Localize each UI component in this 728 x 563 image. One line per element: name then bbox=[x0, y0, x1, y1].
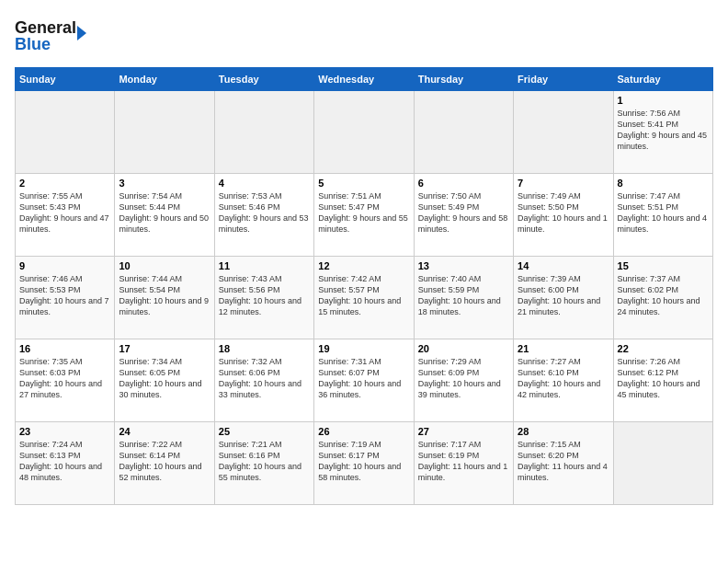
calendar-cell: 16Sunrise: 7:35 AM Sunset: 6:03 PM Dayli… bbox=[16, 339, 115, 422]
weekday-header: Tuesday bbox=[214, 68, 313, 91]
day-number: 10 bbox=[119, 260, 210, 271]
day-number: 15 bbox=[618, 260, 709, 271]
day-info: Sunrise: 7:47 AM Sunset: 5:51 PM Dayligh… bbox=[618, 190, 709, 236]
day-info: Sunrise: 7:37 AM Sunset: 6:02 PM Dayligh… bbox=[618, 273, 709, 318]
day-info: Sunrise: 7:54 AM Sunset: 5:44 PM Dayligh… bbox=[119, 190, 210, 236]
calendar-cell: 26Sunrise: 7:19 AM Sunset: 6:17 PM Dayli… bbox=[314, 422, 414, 505]
calendar-cell: 9Sunrise: 7:46 AM Sunset: 5:53 PM Daylig… bbox=[16, 257, 115, 339]
day-number: 17 bbox=[119, 343, 210, 354]
day-number: 8 bbox=[618, 178, 709, 189]
calendar-cell bbox=[314, 91, 414, 174]
weekday-header: Friday bbox=[514, 68, 613, 91]
day-info: Sunrise: 7:40 AM Sunset: 5:59 PM Dayligh… bbox=[418, 273, 509, 318]
day-number: 5 bbox=[318, 178, 409, 189]
day-number: 14 bbox=[518, 260, 609, 271]
day-number: 24 bbox=[119, 426, 210, 437]
day-info: Sunrise: 7:49 AM Sunset: 5:50 PM Dayligh… bbox=[518, 190, 609, 236]
day-number: 12 bbox=[318, 260, 409, 271]
day-number: 18 bbox=[219, 343, 310, 354]
day-info: Sunrise: 7:39 AM Sunset: 6:00 PM Dayligh… bbox=[518, 273, 609, 318]
day-info: Sunrise: 7:56 AM Sunset: 5:41 PM Dayligh… bbox=[618, 108, 709, 153]
logo: GeneralBlue bbox=[15, 15, 88, 56]
day-info: Sunrise: 7:50 AM Sunset: 5:49 PM Dayligh… bbox=[418, 190, 509, 236]
calendar-cell: 14Sunrise: 7:39 AM Sunset: 6:00 PM Dayli… bbox=[514, 257, 613, 339]
calendar-cell bbox=[514, 91, 613, 174]
day-number: 4 bbox=[219, 178, 310, 189]
day-info: Sunrise: 7:42 AM Sunset: 5:57 PM Dayligh… bbox=[318, 273, 409, 318]
calendar-cell: 8Sunrise: 7:47 AM Sunset: 5:51 PM Daylig… bbox=[613, 174, 712, 257]
calendar-week: 1Sunrise: 7:56 AM Sunset: 5:41 PM Daylig… bbox=[16, 91, 713, 174]
weekday-header: Saturday bbox=[613, 68, 712, 91]
calendar-cell: 25Sunrise: 7:21 AM Sunset: 6:16 PM Dayli… bbox=[214, 422, 313, 505]
calendar-cell: 7Sunrise: 7:49 AM Sunset: 5:50 PM Daylig… bbox=[514, 174, 613, 257]
day-number: 26 bbox=[318, 426, 409, 437]
weekday-header: Monday bbox=[115, 68, 214, 91]
day-info: Sunrise: 7:15 AM Sunset: 6:20 PM Dayligh… bbox=[518, 439, 609, 484]
calendar-cell: 6Sunrise: 7:50 AM Sunset: 5:49 PM Daylig… bbox=[414, 174, 513, 257]
day-number: 7 bbox=[518, 178, 609, 189]
day-number: 22 bbox=[618, 343, 709, 354]
calendar-cell: 27Sunrise: 7:17 AM Sunset: 6:19 PM Dayli… bbox=[414, 422, 513, 505]
day-number: 20 bbox=[418, 343, 509, 354]
day-number: 28 bbox=[518, 426, 609, 437]
day-info: Sunrise: 7:26 AM Sunset: 6:12 PM Dayligh… bbox=[618, 356, 709, 401]
day-number: 2 bbox=[19, 178, 110, 189]
calendar-cell: 13Sunrise: 7:40 AM Sunset: 5:59 PM Dayli… bbox=[414, 257, 513, 339]
calendar-cell: 23Sunrise: 7:24 AM Sunset: 6:13 PM Dayli… bbox=[16, 422, 115, 505]
calendar-cell: 4Sunrise: 7:53 AM Sunset: 5:46 PM Daylig… bbox=[214, 174, 313, 257]
calendar-week: 16Sunrise: 7:35 AM Sunset: 6:03 PM Dayli… bbox=[16, 339, 713, 422]
calendar-cell: 3Sunrise: 7:54 AM Sunset: 5:44 PM Daylig… bbox=[115, 174, 214, 257]
logo-svg: GeneralBlue bbox=[15, 15, 88, 56]
day-number: 9 bbox=[19, 260, 110, 271]
calendar-week: 2Sunrise: 7:55 AM Sunset: 5:43 PM Daylig… bbox=[16, 174, 713, 257]
day-number: 13 bbox=[418, 260, 509, 271]
day-info: Sunrise: 7:19 AM Sunset: 6:17 PM Dayligh… bbox=[318, 439, 409, 484]
day-info: Sunrise: 7:22 AM Sunset: 6:14 PM Dayligh… bbox=[119, 439, 210, 484]
calendar-week: 9Sunrise: 7:46 AM Sunset: 5:53 PM Daylig… bbox=[16, 257, 713, 339]
calendar-body: 1Sunrise: 7:56 AM Sunset: 5:41 PM Daylig… bbox=[16, 91, 713, 505]
day-info: Sunrise: 7:35 AM Sunset: 6:03 PM Dayligh… bbox=[19, 356, 110, 401]
calendar-cell bbox=[414, 91, 513, 174]
calendar-cell bbox=[214, 91, 313, 174]
calendar-cell: 24Sunrise: 7:22 AM Sunset: 6:14 PM Dayli… bbox=[115, 422, 214, 505]
calendar-table: SundayMondayTuesdayWednesdayThursdayFrid… bbox=[15, 67, 713, 505]
day-info: Sunrise: 7:51 AM Sunset: 5:47 PM Dayligh… bbox=[318, 190, 409, 236]
calendar-cell bbox=[613, 422, 712, 505]
calendar-cell: 12Sunrise: 7:42 AM Sunset: 5:57 PM Dayli… bbox=[314, 257, 414, 339]
day-info: Sunrise: 7:32 AM Sunset: 6:06 PM Dayligh… bbox=[219, 356, 310, 401]
day-info: Sunrise: 7:34 AM Sunset: 6:05 PM Dayligh… bbox=[119, 356, 210, 401]
calendar-cell: 11Sunrise: 7:43 AM Sunset: 5:56 PM Dayli… bbox=[214, 257, 313, 339]
calendar-cell: 22Sunrise: 7:26 AM Sunset: 6:12 PM Dayli… bbox=[613, 339, 712, 422]
day-number: 27 bbox=[418, 426, 509, 437]
calendar-cell: 28Sunrise: 7:15 AM Sunset: 6:20 PM Dayli… bbox=[514, 422, 613, 505]
day-number: 11 bbox=[219, 260, 310, 271]
calendar-cell: 15Sunrise: 7:37 AM Sunset: 6:02 PM Dayli… bbox=[613, 257, 712, 339]
day-number: 16 bbox=[19, 343, 110, 354]
svg-text:Blue: Blue bbox=[15, 35, 51, 53]
weekday-header: Sunday bbox=[16, 68, 115, 91]
day-number: 25 bbox=[219, 426, 310, 437]
day-number: 3 bbox=[119, 178, 210, 189]
calendar-cell: 1Sunrise: 7:56 AM Sunset: 5:41 PM Daylig… bbox=[613, 91, 712, 174]
calendar-week: 23Sunrise: 7:24 AM Sunset: 6:13 PM Dayli… bbox=[16, 422, 713, 505]
svg-marker-2 bbox=[77, 26, 86, 40]
day-number: 21 bbox=[518, 343, 609, 354]
calendar-cell: 5Sunrise: 7:51 AM Sunset: 5:47 PM Daylig… bbox=[314, 174, 414, 257]
weekday-header: Wednesday bbox=[314, 68, 414, 91]
day-info: Sunrise: 7:55 AM Sunset: 5:43 PM Dayligh… bbox=[19, 190, 110, 236]
day-info: Sunrise: 7:46 AM Sunset: 5:53 PM Dayligh… bbox=[19, 273, 110, 318]
day-info: Sunrise: 7:27 AM Sunset: 6:10 PM Dayligh… bbox=[518, 356, 609, 401]
calendar-cell: 20Sunrise: 7:29 AM Sunset: 6:09 PM Dayli… bbox=[414, 339, 513, 422]
svg-text:General: General bbox=[15, 18, 76, 37]
day-info: Sunrise: 7:21 AM Sunset: 6:16 PM Dayligh… bbox=[219, 439, 310, 484]
calendar-cell: 2Sunrise: 7:55 AM Sunset: 5:43 PM Daylig… bbox=[16, 174, 115, 257]
day-info: Sunrise: 7:29 AM Sunset: 6:09 PM Dayligh… bbox=[418, 356, 509, 401]
day-info: Sunrise: 7:43 AM Sunset: 5:56 PM Dayligh… bbox=[219, 273, 310, 318]
calendar-cell bbox=[16, 91, 115, 174]
calendar-cell: 21Sunrise: 7:27 AM Sunset: 6:10 PM Dayli… bbox=[514, 339, 613, 422]
day-number: 1 bbox=[618, 95, 709, 106]
page-header: GeneralBlue bbox=[15, 15, 713, 56]
day-info: Sunrise: 7:44 AM Sunset: 5:54 PM Dayligh… bbox=[119, 273, 210, 318]
day-number: 19 bbox=[318, 343, 409, 354]
calendar-cell: 10Sunrise: 7:44 AM Sunset: 5:54 PM Dayli… bbox=[115, 257, 214, 339]
